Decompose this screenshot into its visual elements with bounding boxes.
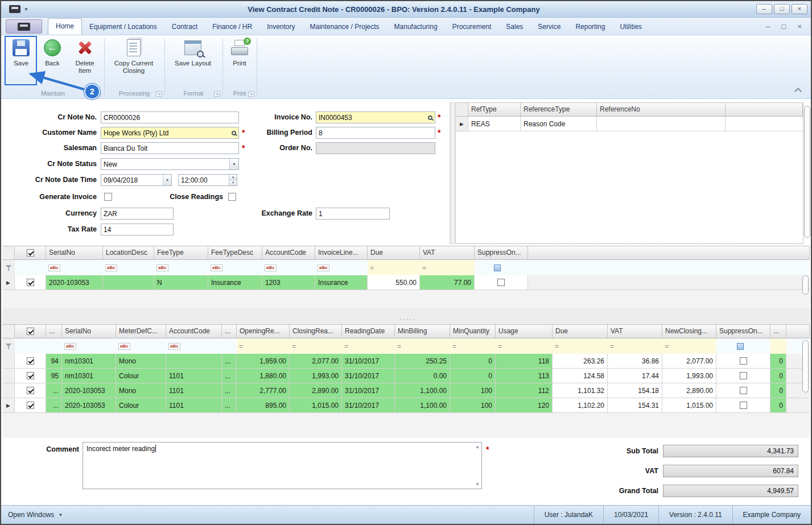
grid-cell[interactable]: ...: [46, 398, 62, 413]
splitter-grip-icon[interactable]: ·····: [394, 316, 422, 323]
filter-cell[interactable]: aBc: [62, 338, 116, 354]
column-header[interactable]: ReferenceType: [521, 103, 597, 117]
tab-equipment-locations[interactable]: Equipment / Locations: [82, 19, 164, 35]
grid-cell[interactable]: 120: [496, 398, 553, 413]
grid-cell[interactable]: 2020-103053: [46, 275, 103, 290]
tab-reporting[interactable]: Reporting: [568, 19, 612, 35]
filter-cell[interactable]: [716, 338, 770, 354]
column-header[interactable]: NewClosing...: [662, 325, 716, 338]
column-header[interactable]: MinQuantity: [450, 325, 496, 338]
grid-cell[interactable]: 94: [46, 354, 62, 369]
grid-cell[interactable]: 77.00: [420, 275, 475, 290]
grid-cell[interactable]: 2,890.00: [662, 383, 716, 398]
grid-cell[interactable]: 36.86: [608, 354, 662, 369]
dialog-launcher-icon[interactable]: ↘: [214, 91, 220, 97]
column-header[interactable]: ...: [46, 325, 62, 338]
open-windows-menu[interactable]: Open Windows ▼: [1, 511, 69, 519]
filter-cell[interactable]: aBc: [208, 260, 262, 275]
column-header[interactable]: Due: [553, 325, 608, 338]
form-splitter[interactable]: [450, 102, 455, 244]
save-layout-button[interactable]: Save Layout: [167, 38, 219, 67]
salesman-field[interactable]: [101, 142, 239, 154]
column-header[interactable]: SerialNo: [46, 246, 103, 260]
cr-note-no-field[interactable]: [101, 111, 239, 123]
filter-cell[interactable]: aBc: [116, 338, 166, 354]
grid-cell[interactable]: 0: [770, 369, 786, 383]
grid-cell[interactable]: 1,959.00: [237, 354, 290, 369]
grid-cell[interactable]: 1,015.00: [290, 398, 342, 413]
close-readings-checkbox[interactable]: [228, 193, 236, 201]
cr-note-date-picker[interactable]: ▼: [101, 174, 172, 186]
grid-cell[interactable]: 118: [496, 354, 553, 369]
comment-textarea[interactable]: Incorect meter reading ▲ ▼: [83, 442, 482, 489]
grid-cell[interactable]: 0: [770, 383, 786, 398]
grid-cell[interactable]: 2,890.00: [290, 383, 342, 398]
back-button[interactable]: ← Back: [39, 38, 66, 67]
grid-cell[interactable]: 550.00: [368, 275, 420, 290]
column-header[interactable]: MeterDefC...: [116, 325, 166, 338]
child-restore-icon[interactable]: □: [782, 23, 786, 30]
spin-down-icon[interactable]: ▼: [229, 180, 237, 185]
exchange-rate-field[interactable]: [316, 208, 390, 220]
grid-cell[interactable]: ...: [222, 398, 237, 413]
grid-cell[interactable]: 2,777.00: [237, 383, 290, 398]
column-header[interactable]: ClosingRea...: [290, 325, 342, 338]
dialog-launcher-icon[interactable]: ↘: [156, 91, 162, 97]
filter-cell[interactable]: aBc: [46, 260, 103, 275]
grid-cell[interactable]: 1,880.00: [237, 369, 290, 383]
scroll-up-icon[interactable]: ▲: [475, 444, 480, 449]
generate-invoice-checkbox[interactable]: [104, 193, 112, 201]
suppress-checkbox[interactable]: [716, 369, 770, 383]
grid-cell[interactable]: REAS: [468, 117, 521, 131]
column-header[interactable]: FeeTypeDesc: [208, 246, 262, 260]
column-header[interactable]: Due: [368, 246, 420, 260]
column-header[interactable]: SuppressOn...: [475, 246, 528, 260]
scrollbar-thumb[interactable]: [804, 106, 810, 238]
filter-cell[interactable]: =: [395, 338, 450, 354]
grid-cell[interactable]: ...: [222, 383, 237, 398]
column-header[interactable]: LocationDesc: [103, 246, 154, 260]
grid-cell[interactable]: 100: [450, 398, 496, 413]
grid-cell[interactable]: ...: [46, 383, 62, 398]
close-button[interactable]: ×: [792, 4, 807, 14]
scrollbar-thumb[interactable]: [802, 275, 809, 295]
table-row[interactable]: ▶ REAS Reason Code: [456, 117, 803, 131]
grid-cell[interactable]: 0: [770, 354, 786, 369]
row-checkbox[interactable]: [15, 383, 46, 398]
row-checkbox[interactable]: [15, 354, 46, 369]
grid-cell[interactable]: 2,077.00: [662, 354, 716, 369]
column-header[interactable]: VAT: [608, 325, 662, 338]
grid-cell[interactable]: 1,015.00: [662, 398, 716, 413]
filter-cell[interactable]: =: [496, 338, 553, 354]
grid-cell[interactable]: 1,100.00: [395, 398, 450, 413]
tab-maintenance-projects[interactable]: Maintenance / Projects: [303, 19, 387, 35]
chevron-down-icon[interactable]: ▼: [229, 159, 238, 170]
grid-cell[interactable]: Mono: [116, 354, 166, 369]
grid-cell[interactable]: 0: [450, 369, 496, 383]
grid-cell[interactable]: 154.18: [608, 383, 662, 398]
filter-cell[interactable]: =: [553, 338, 608, 354]
filter-cell[interactable]: =: [237, 338, 290, 354]
filter-cell[interactable]: aBc: [103, 260, 154, 275]
grid-cell[interactable]: Colour: [116, 369, 166, 383]
column-header[interactable]: InvoiceLine...: [315, 246, 368, 260]
filter-cell[interactable]: aBc: [262, 260, 315, 275]
grid-cell[interactable]: 1203: [262, 275, 315, 290]
tab-manufacturing[interactable]: Manufacturing: [387, 19, 445, 35]
tab-home[interactable]: Home: [48, 18, 82, 35]
grid-cell[interactable]: 124.58: [553, 369, 608, 383]
grid-cell[interactable]: 113: [496, 369, 553, 383]
column-header[interactable]: ...: [222, 325, 237, 338]
grid-cell[interactable]: ...: [222, 369, 237, 383]
scrollbar-thumb[interactable]: [802, 340, 809, 392]
column-header[interactable]: ...: [770, 325, 786, 338]
grid-cell[interactable]: 31/10/2017: [342, 398, 395, 413]
row-checkbox[interactable]: [15, 398, 46, 413]
row-checkbox[interactable]: [15, 275, 46, 290]
invoice-lookup-button[interactable]: [425, 112, 435, 123]
grid-cell[interactable]: Insurance: [315, 275, 368, 290]
filter-cell[interactable]: [475, 260, 528, 275]
filter-cell[interactable]: =: [420, 260, 475, 275]
table-row[interactable]: ... 2020-103053 Mono 1101 ... 2,777.00 2…: [2, 383, 810, 398]
column-header[interactable]: OpeningRe...: [237, 325, 290, 338]
